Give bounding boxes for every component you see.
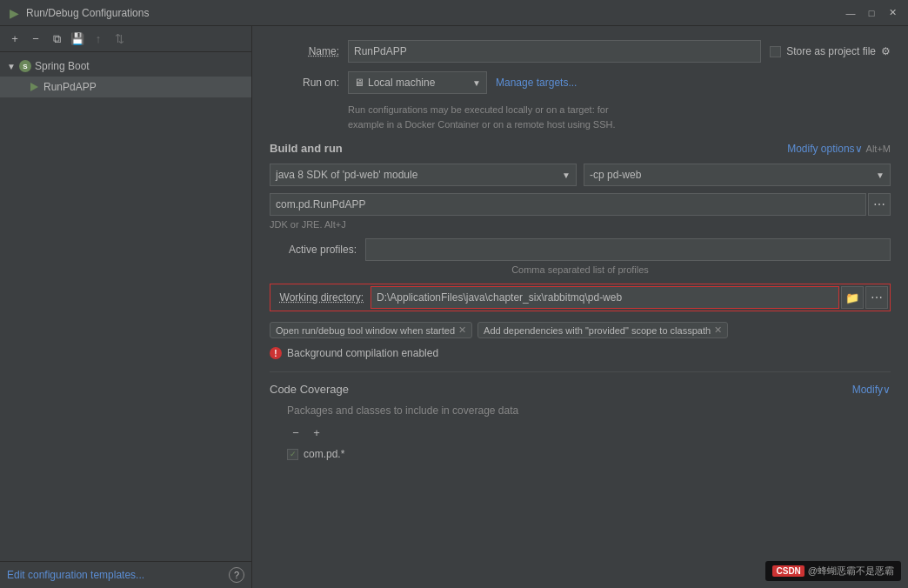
window-controls: — □ ✕	[842, 4, 901, 22]
active-profiles-input[interactable]	[365, 238, 891, 261]
sort-config-button: ⇅	[110, 30, 129, 49]
package-label: com.pd.*	[304, 448, 344, 460]
left-toolbar: + − ⧉ 💾 ↑ ⇅	[0, 26, 251, 52]
edit-templates-link[interactable]: Edit configuration templates...	[7, 569, 144, 581]
cp-value: -cp pd-web	[590, 169, 641, 181]
browse-main-class-button[interactable]: ⋯	[868, 193, 891, 216]
coverage-toolbar: − +	[287, 424, 891, 441]
run-on-value: Local machine	[368, 77, 469, 89]
run-hint: Run configurations may be executed local…	[348, 103, 891, 131]
warning-icon: !	[270, 347, 282, 359]
computer-icon: 🖥	[354, 77, 364, 89]
sdk-dropdown-arrow-icon: ▼	[562, 170, 571, 180]
add-dependencies-tag: Add dependencies with "provided" scope t…	[477, 322, 728, 338]
coverage-modify-arrow-icon[interactable]: ∨	[883, 384, 891, 396]
open-tool-window-tag: Open run/debug tool window when started …	[270, 322, 472, 338]
spring-boot-icon: S	[19, 60, 31, 72]
build-run-header: Build and run Modify options ∨ Alt+M	[270, 142, 891, 155]
active-profiles-label: Active profiles:	[270, 244, 357, 256]
minimize-button[interactable]: —	[842, 4, 859, 22]
active-profiles-row: Active profiles:	[270, 238, 891, 261]
build-run-title: Build and run	[270, 142, 343, 155]
csdn-watermark: CSDN @蜂蝴恶霸不是恶霸	[765, 561, 901, 581]
bg-compile-row: ! Background compilation enabled	[270, 347, 891, 359]
run-pd-app-label: RunPdAPP	[43, 81, 97, 93]
close-button[interactable]: ✕	[884, 4, 901, 22]
help-button[interactable]: ?	[229, 567, 244, 583]
working-dir-label: Working directory:	[272, 291, 364, 304]
csdn-badge: CSDN	[772, 565, 804, 577]
bg-compile-label: Background compilation enabled	[287, 347, 438, 359]
name-input[interactable]	[348, 40, 761, 63]
remove-coverage-button[interactable]: −	[287, 424, 304, 441]
title-bar: ▶ Run/Debug Configurations — □ ✕	[0, 0, 908, 26]
modify-options-area: Modify options ∨ Alt+M	[787, 143, 891, 155]
tree-arrow-icon: ▼	[7, 62, 16, 71]
store-checkbox-row: Store as project file ⚙	[770, 45, 891, 57]
name-label: Name:	[270, 45, 339, 57]
packages-label: Packages and classes to include in cover…	[287, 404, 891, 417]
open-tool-window-label: Open run/debug tool window when started	[276, 325, 455, 336]
modify-shortcut: Alt+M	[866, 144, 891, 154]
left-panel: + − ⧉ 💾 ↑ ⇅ ▼ S Spring Boot RunPdAPP Edi…	[0, 26, 252, 588]
manage-targets-link[interactable]: Manage targets...	[496, 77, 577, 89]
coverage-title: Code Coverage	[270, 383, 349, 396]
cp-dropdown-arrow-icon: ▼	[876, 170, 885, 180]
save-config-button[interactable]: 💾	[68, 30, 87, 49]
run-on-label: Run on:	[270, 77, 339, 89]
package-checkbox[interactable]: ✓	[287, 449, 298, 460]
main-content: + − ⧉ 💾 ↑ ⇅ ▼ S Spring Boot RunPdAPP Edi…	[0, 26, 908, 588]
main-class-input[interactable]	[270, 193, 866, 216]
sdk-value: java 8 SDK of 'pd-web' module	[276, 169, 417, 181]
run-on-row: Run on: 🖥 Local machine ▼ Manage targets…	[270, 71, 891, 94]
browse-folder-button[interactable]: 📁	[841, 286, 864, 309]
add-coverage-button[interactable]: +	[308, 424, 325, 441]
store-as-project-label: Store as project file	[786, 45, 876, 57]
package-item: ✓ com.pd.*	[287, 446, 891, 462]
add-config-button[interactable]: +	[5, 30, 24, 49]
remove-open-tool-window-button[interactable]: ✕	[458, 324, 466, 336]
coverage-modify-area: Modify ∨	[852, 384, 891, 396]
modify-arrow-icon[interactable]: ∨	[855, 143, 863, 155]
coverage-header: Code Coverage Modify ∨	[270, 371, 891, 396]
run-pd-app-item[interactable]: RunPdAPP	[0, 77, 251, 97]
modify-options-link[interactable]: Modify options	[787, 143, 854, 155]
spring-boot-label: Spring Boot	[35, 60, 90, 72]
remove-config-button[interactable]: −	[26, 30, 45, 49]
dropdown-arrow-icon: ▼	[472, 78, 481, 88]
left-panel-bottom: Edit configuration templates... ?	[0, 561, 251, 588]
maximize-button[interactable]: □	[863, 4, 880, 22]
app-icon: ▶	[7, 6, 21, 20]
working-dir-input[interactable]	[371, 286, 839, 309]
sdk-dropdown[interactable]: java 8 SDK of 'pd-web' module ▼	[270, 164, 577, 186]
main-class-row: ⋯	[270, 193, 891, 216]
remove-add-dependencies-button[interactable]: ✕	[714, 324, 722, 336]
gear-icon[interactable]: ⚙	[881, 45, 891, 57]
sdk-row: java 8 SDK of 'pd-web' module ▼ -cp pd-w…	[270, 164, 891, 186]
copy-config-button[interactable]: ⧉	[47, 30, 66, 49]
jdk-hint: JDK or JRE. Alt+J	[270, 219, 891, 230]
config-tree: ▼ S Spring Boot RunPdAPP	[0, 52, 251, 561]
name-row: Name: Store as project file ⚙	[270, 40, 891, 63]
run-icon	[28, 81, 40, 93]
working-directory-row: Working directory: 📁 ⋯	[270, 284, 891, 311]
cp-dropdown[interactable]: -cp pd-web ▼	[584, 164, 891, 186]
add-dependencies-label: Add dependencies with "provided" scope t…	[484, 325, 711, 336]
tags-row: Open run/debug tool window when started …	[270, 322, 891, 338]
spring-boot-group[interactable]: ▼ S Spring Boot	[0, 56, 251, 77]
watermark-text: @蜂蝴恶霸不是恶霸	[808, 565, 894, 578]
right-panel: Name: Store as project file ⚙ Run on: 🖥 …	[252, 26, 908, 588]
run-on-dropdown[interactable]: 🖥 Local machine ▼	[348, 71, 487, 94]
title-bar-text: Run/Debug Configurations	[26, 7, 842, 19]
browse-vars-button[interactable]: ⋯	[865, 286, 888, 309]
profiles-hint: Comma separated list of profiles	[270, 264, 891, 275]
moveup-config-button: ↑	[89, 30, 108, 49]
coverage-modify-link[interactable]: Modify	[852, 384, 883, 396]
store-as-project-checkbox[interactable]	[770, 46, 781, 57]
